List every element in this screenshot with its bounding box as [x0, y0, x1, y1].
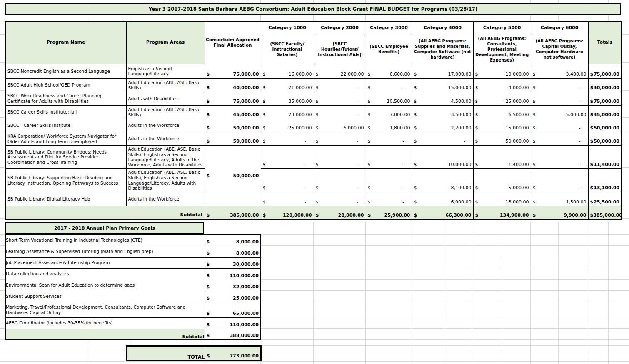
category-amount-cell[interactable]: $7,000.00: [366, 106, 412, 119]
allocation-cell[interactable]: $40,000.00: [205, 79, 261, 92]
allocation-cell[interactable]: $75,000.00: [205, 64, 261, 79]
category-amount-cell[interactable]: $5,000.00: [473, 169, 531, 192]
row-total-cell[interactable]: $13,100.00: [588, 169, 622, 192]
program-areas-cell[interactable]: Adults with Disabilities: [126, 92, 205, 106]
col-header-category-4000[interactable]: Category 4000: [412, 21, 473, 35]
program-areas-cell[interactable]: Adults in the Workforce: [126, 119, 205, 132]
col-header-category-1000[interactable]: Category 1000: [261, 21, 314, 35]
subtotal-category-cell[interactable]: $134,900.00: [473, 206, 531, 220]
category-amount-cell[interactable]: $1,500.00: [531, 192, 588, 206]
col-header-category-6000[interactable]: Category 6000: [531, 21, 588, 35]
program-name-cell[interactable]: SBCC - Career Skills Institute: [5, 119, 126, 132]
row-total-cell[interactable]: $50,000.00: [588, 119, 622, 132]
program-areas-cell[interactable]: Adult Education (ABE, ASE, Basic Skills): [126, 106, 205, 119]
category-amount-cell[interactable]: $10,000.00: [412, 146, 473, 169]
category-amount-cell[interactable]: $17,000.00: [412, 64, 473, 79]
grand-total-amount-cell[interactable]: $ 773,000.00: [205, 346, 261, 361]
category-amount-cell[interactable]: $-: [314, 79, 366, 92]
category-amount-cell[interactable]: $-: [314, 192, 366, 206]
category-amount-cell[interactable]: $-: [366, 132, 412, 146]
category-amount-cell[interactable]: $25,000.00: [473, 92, 531, 106]
program-name-cell[interactable]: SB Public Library: Digital Literacy Hub: [5, 192, 126, 206]
program-areas-cell[interactable]: English as a Second Language/Literacy: [126, 64, 205, 79]
grand-total-label-cell[interactable]: TOTAL: [127, 346, 205, 361]
program-name-cell[interactable]: SBCC Career Skills Institute: Jail: [5, 106, 126, 119]
category-amount-cell[interactable]: $-: [261, 169, 314, 192]
goal-label-cell[interactable]: Environmental Scan for Adult Education t…: [5, 280, 205, 291]
category-amount-cell[interactable]: $50,000.00: [473, 132, 531, 146]
row-total-cell[interactable]: $50,000.00: [588, 132, 622, 146]
category-amount-cell[interactable]: $3,500.00: [412, 106, 473, 119]
row-total-cell[interactable]: $25,500.00: [588, 192, 622, 206]
category-amount-cell[interactable]: $25,000.00: [261, 119, 314, 132]
row-total-cell[interactable]: $75,000.00: [588, 64, 622, 79]
goal-amount-cell[interactable]: $8,000.00: [205, 235, 261, 246]
category-amount-cell[interactable]: $-: [366, 146, 412, 169]
category-1000-description[interactable]: (SBCC Faculty/ Instructional Salaries): [261, 35, 314, 64]
row-total-cell[interactable]: $11,400.00: [588, 146, 622, 169]
category-amount-cell[interactable]: $-: [314, 132, 366, 146]
category-amount-cell[interactable]: $10,000.00: [473, 64, 531, 79]
goal-label-cell[interactable]: Short Term Vocational Training in Indust…: [5, 235, 205, 246]
budget-title-cell[interactable]: Year 3 2017-2018 Santa Barbara AEBG Cons…: [5, 3, 621, 15]
subtotal-category-cell[interactable]: $28,000.00: [314, 206, 366, 220]
col-header-totals[interactable]: Totals: [588, 21, 622, 64]
category-amount-cell[interactable]: $-: [261, 192, 314, 206]
category-amount-cell[interactable]: $-: [531, 119, 588, 132]
category-amount-cell[interactable]: $-: [531, 92, 588, 106]
program-areas-cell[interactable]: Adults in the Workforce: [126, 132, 205, 146]
category-3000-description[interactable]: (SBCC Employee Benefits): [366, 35, 412, 64]
program-name-cell[interactable]: SB Public Library: Community Bridges: Ne…: [5, 146, 126, 169]
goal-label-cell[interactable]: Learning Assistance & Supervised Tutorin…: [5, 246, 205, 257]
row-total-cell[interactable]: $45,000.00: [588, 106, 622, 119]
category-amount-cell[interactable]: $-: [261, 146, 314, 169]
col-header-program-name[interactable]: Program Name: [5, 21, 126, 64]
category-5000-description[interactable]: (All AEBG Programs: Consultants, Profess…: [473, 35, 531, 64]
category-amount-cell[interactable]: $6,600.00: [366, 64, 412, 79]
category-amount-cell[interactable]: $21,000.00: [261, 79, 314, 92]
goals-subtotal-amount-cell[interactable]: $388,000.00: [205, 329, 261, 340]
category-amount-cell[interactable]: $15,000.00: [412, 79, 473, 92]
category-amount-cell[interactable]: $10,500.00: [366, 92, 412, 106]
category-amount-cell[interactable]: $-: [314, 92, 366, 106]
program-name-cell[interactable]: SB Public Library: Supporting Basic Read…: [5, 169, 126, 192]
category-amount-cell[interactable]: $5,000.00: [531, 106, 588, 119]
category-amount-cell[interactable]: $1,400.00: [473, 146, 531, 169]
category-amount-cell[interactable]: $4,500.00: [412, 92, 473, 106]
goal-amount-cell[interactable]: $32,000.00: [205, 280, 261, 291]
category-amount-cell[interactable]: $23,000.00: [261, 106, 314, 119]
category-amount-cell[interactable]: $-: [314, 169, 366, 192]
col-header-category-2000[interactable]: Category 2000: [314, 21, 366, 35]
goal-label-cell[interactable]: Job Placement Assistance & Internship Pr…: [5, 257, 205, 268]
goal-amount-cell[interactable]: $110,000.00: [205, 317, 261, 329]
program-areas-cell[interactable]: Adult Education (ABE, ASE, Basic Skills): [126, 79, 205, 92]
goals-subtotal-label-cell[interactable]: Subtotal: [5, 329, 205, 340]
category-amount-cell[interactable]: $4,000.00: [473, 79, 531, 92]
goals-section-header[interactable]: 2017 - 2018 Annual Plan Primary Goals: [5, 222, 204, 234]
category-amount-cell[interactable]: $-: [531, 169, 588, 192]
goal-amount-cell[interactable]: $25,000.00: [205, 291, 261, 302]
subtotal-category-cell[interactable]: $120,000.00: [261, 206, 314, 220]
category-amount-cell[interactable]: $22,000.00: [314, 64, 366, 79]
allocation-cell[interactable]: $50,000.00: [205, 132, 261, 146]
subtotal-category-cell[interactable]: $9,900.00: [531, 206, 588, 220]
allocation-cell[interactable]: $50,000.00: [205, 119, 261, 132]
category-amount-cell[interactable]: $2,200.00: [412, 119, 473, 132]
col-header-category-3000[interactable]: Category 3000: [366, 21, 412, 35]
program-name-cell[interactable]: SBCC Work Readiness and Career Planning …: [5, 92, 126, 106]
allocation-cell-merged[interactable]: $50,000.00: [205, 146, 261, 206]
category-amount-cell[interactable]: $6,000.00: [314, 119, 366, 132]
category-amount-cell[interactable]: $16,000.00: [261, 64, 314, 79]
subtotal-allocation-cell[interactable]: $385,000.00: [205, 206, 261, 220]
col-header-allocation[interactable]: Consortuim Approved Final Allocation: [205, 21, 261, 64]
category-amount-cell[interactable]: $-: [366, 79, 412, 92]
program-areas-cell[interactable]: Adult Education (ABE, ASE, Basic Skills)…: [126, 169, 205, 192]
category-amount-cell[interactable]: $-: [531, 79, 588, 92]
category-amount-cell[interactable]: $18,000.00: [473, 192, 531, 206]
subtotal-category-cell[interactable]: $66,300.00: [412, 206, 473, 220]
allocation-cell[interactable]: $75,000.00: [205, 92, 261, 106]
program-areas-cell[interactable]: Adult Education (ABE, ASE, Basic Skills)…: [126, 146, 205, 169]
category-amount-cell[interactable]: $-: [366, 192, 412, 206]
category-amount-cell[interactable]: $-: [531, 132, 588, 146]
subtotal-total-cell[interactable]: $385,000.00: [588, 206, 622, 220]
